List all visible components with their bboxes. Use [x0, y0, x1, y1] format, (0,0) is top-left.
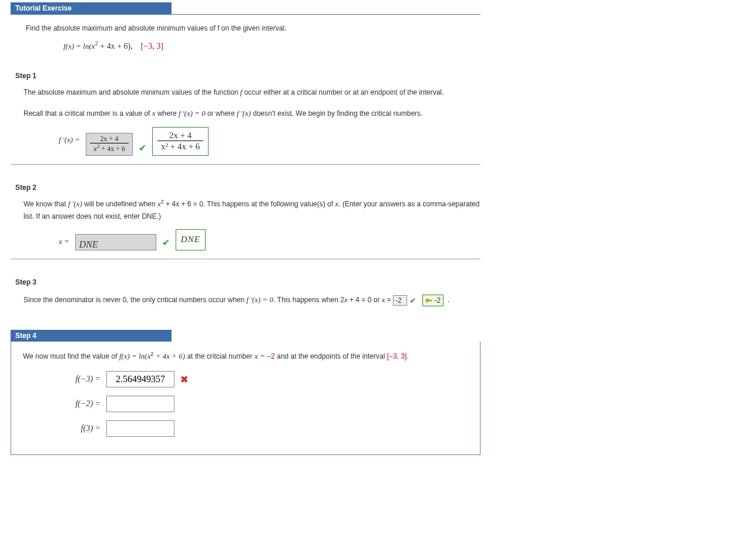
s1-lhs: f '(x) = [59, 133, 80, 146]
s4-interval: [−3, 3] [387, 352, 407, 360]
s1-p2c: or where [206, 109, 237, 118]
eval-label-2: f(3) = [64, 424, 100, 433]
tutorial-title: Tutorial Exercise [11, 2, 172, 14]
s1-num2: 2x + 4 [157, 130, 203, 141]
s4-fx2: + 4x + 6) [153, 352, 185, 360]
s1-p1b: occur either at a critical number or at … [242, 88, 443, 96]
s2-entry: DNE [79, 236, 145, 248]
step4-heading: Step 4 [11, 330, 172, 342]
prompt-text: Find the absolute maximum and absolute m… [26, 24, 287, 32]
s2-xeq: x = [59, 235, 69, 248]
s1-p1a: The absolute maximum and absolute minimu… [23, 88, 240, 96]
s3-p1b: . This happens when 2 [273, 296, 344, 304]
s3-dot: . [448, 296, 449, 304]
s1-p2b: where [156, 109, 179, 118]
s4-p1c: and at the endpoints of the interval [275, 352, 387, 360]
s4-xeq: x = [254, 352, 267, 360]
step1-body: The absolute maximum and absolute minimu… [23, 86, 481, 156]
s3-p1c: + 4 = 0 or [348, 296, 382, 304]
step3-body: Since the denominator is never 0, the on… [23, 292, 481, 309]
check-icon: ✔ [409, 296, 416, 305]
s1-num1: 2x + 4 [90, 135, 129, 143]
s2-p1b: will be undefined when [82, 200, 157, 208]
s1-p2a: Recall that a critical number is a value… [23, 109, 152, 118]
s2-correct-answer-box: DNE [176, 229, 206, 250]
s4-p1d: . [406, 352, 408, 360]
s1-user-answer-box[interactable]: 2x + 4 x2 + 4x + 6 [86, 133, 133, 156]
s4-xval: −2 [267, 352, 275, 360]
s2-fprime: f '(x) [68, 199, 82, 208]
s3-eq: = [385, 296, 394, 304]
s4-p1a: We now must find the value of [23, 352, 119, 360]
exercise-prompt: Find the absolute maximum and absolute m… [26, 23, 481, 53]
eval-row-0: f(−3) = ✖ [64, 371, 468, 387]
eval-label-0: f(−3) = [64, 375, 100, 384]
s2-confirm: DNE [181, 235, 200, 244]
step3-heading: Step 3 [15, 278, 481, 286]
step2-heading: Step 2 [15, 183, 481, 192]
eval-input-0[interactable] [106, 371, 174, 387]
prompt-fx-b: + 4x + 6), [98, 42, 133, 51]
cross-icon: ✖ [180, 374, 188, 385]
eval-input-2[interactable] [106, 420, 174, 437]
s3-confirm: -2 [435, 293, 441, 307]
eval-label-1: f(−2) = [64, 399, 100, 409]
check-icon: ✔ [139, 140, 146, 156]
s1-den1b: + 4x + 6 [99, 145, 125, 153]
s1-p2d: doesn't exist. We begin by finding the c… [251, 109, 422, 118]
s4-p1b: at the critcial number [185, 352, 254, 360]
step2-body: We know that f '(x) will be undefined wh… [23, 198, 481, 250]
s2-p1a: We know that [23, 200, 68, 208]
s3-correct-answer-box: -2 [422, 295, 444, 306]
step4-body: We now must find the value of f(x) = ln(… [11, 342, 481, 455]
s2-p1c: This happens at the following value(s) o… [205, 200, 335, 208]
s1-fprime2: f '(x) [237, 109, 251, 118]
prompt-fx-a: f(x) = ln(x [63, 42, 95, 51]
s2-user-answer-box[interactable]: DNE [75, 234, 156, 250]
s3-user-answer-box[interactable]: -2 [393, 295, 407, 306]
s1-den2: x² + 4x + 6 [157, 141, 203, 153]
eval-row-1: f(−2) = [64, 396, 468, 412]
prompt-interval: [−3, 3] [141, 42, 163, 51]
s3-p1a: Since the denominator is never 0, the on… [23, 296, 247, 304]
eval-row-2: f(3) = [64, 420, 468, 437]
s2-eq-b: + 4x + 6 = 0. [164, 200, 205, 208]
s4-fx1: f(x) = ln(x [119, 352, 151, 360]
tutorial-header: Tutorial Exercise [11, 2, 481, 15]
eval-input-1[interactable] [106, 396, 174, 412]
key-icon [425, 297, 432, 304]
step1-heading: Step 1 [15, 72, 481, 80]
s1-correct-answer-box: 2x + 4 x² + 4x + 6 [152, 127, 209, 156]
s3-fprime: f '(x) = 0 [247, 295, 274, 304]
check-icon: ✔ [162, 235, 170, 250]
s1-fprime1: f '(x) = 0 [179, 109, 206, 118]
